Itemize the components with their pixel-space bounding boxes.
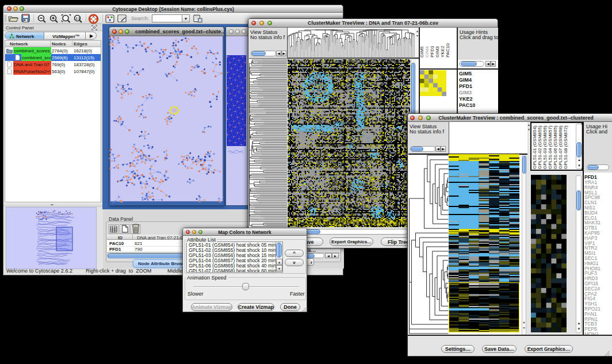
svg-text:1:1: 1:1 [75, 17, 80, 20]
svg-text:GIM3: GIM3 [435, 46, 440, 58]
svg-text:GPL51-06 (GSM865): GPL51-06 (GSM865) [553, 125, 558, 169]
svg-text:GPL51-08 (GSM872): GPL51-08 (GSM872) [563, 125, 568, 169]
svg-text:PFD1: PFD1 [430, 45, 435, 58]
svg-text:GPL51-03 (GSM856): GPL51-03 (GSM856) [542, 125, 548, 169]
svg-text:YKE2: YKE2 [440, 45, 445, 58]
svg-text:PAC10: PAC10 [445, 43, 450, 58]
svg-text:GPL51-01 (GSM854): GPL51-01 (GSM854) [532, 125, 537, 169]
svg-text:GPL51-07 (GSM868): GPL51-07 (GSM868) [558, 125, 563, 169]
svg-text:GIM4: GIM4 [424, 46, 430, 58]
svg-text:GIM5: GIM5 [419, 46, 424, 58]
svg-text:GPL51-04 (GSM857): GPL51-04 (GSM857) [548, 125, 553, 169]
svg-text:GPL51-02 (GSM855): GPL51-02 (GSM855) [537, 125, 542, 169]
